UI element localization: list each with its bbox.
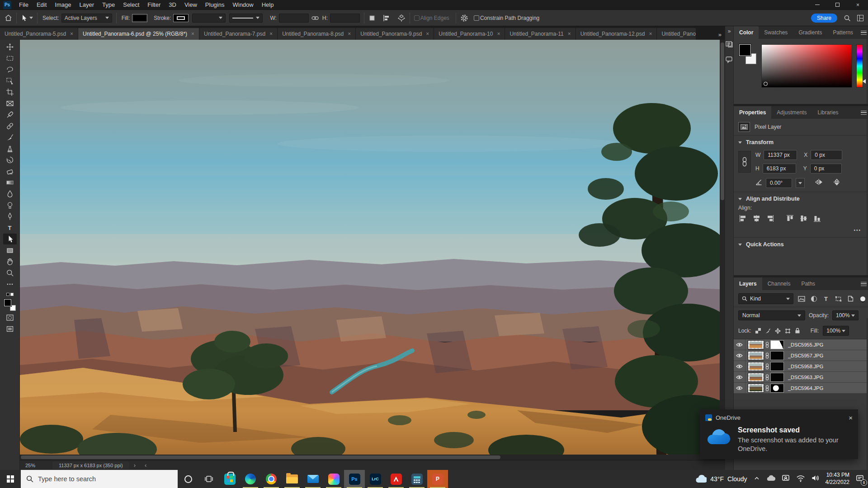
menu-filter[interactable]: Filter <box>143 0 165 10</box>
menu-window[interactable]: Window <box>228 0 257 10</box>
mask-link-icon[interactable] <box>765 352 769 359</box>
doc-tab[interactable]: Untitled_Panorama-8.psd× <box>278 28 355 40</box>
path-alignment-icon[interactable] <box>383 14 390 22</box>
layer-row[interactable]: _DSC5963.JPG <box>734 372 868 383</box>
align-horizontal-centers-icon[interactable] <box>753 215 760 224</box>
tab-close-icon[interactable]: × <box>649 31 652 37</box>
tab-swatches[interactable]: Swatches <box>759 26 793 39</box>
rotation-angle-field[interactable]: 0.00° <box>766 178 792 188</box>
doc-tab[interactable]: Untitled_Panorama-11× <box>505 28 575 40</box>
align-left-edges-icon[interactable] <box>739 215 747 224</box>
layer-thumbnail[interactable] <box>748 351 764 360</box>
maximize-button[interactable] <box>827 0 848 10</box>
y-field[interactable]: 0 px <box>810 164 842 174</box>
mask-link-icon[interactable] <box>765 385 769 391</box>
align-more-button[interactable]: ••• <box>734 227 868 238</box>
creative-cloud-button[interactable] <box>323 470 344 488</box>
align-top-edges-icon[interactable] <box>786 215 794 224</box>
lock-all-icon[interactable] <box>795 328 800 334</box>
hand-tool[interactable] <box>3 256 17 267</box>
menu-view[interactable]: View <box>180 0 201 10</box>
panel-menu-icon[interactable] <box>861 111 867 115</box>
menu-edit[interactable]: Edit <box>33 0 51 10</box>
select-mode-dropdown[interactable]: Active Layers <box>61 14 112 23</box>
tab-channels[interactable]: Channels <box>762 277 796 290</box>
path-operations-icon[interactable] <box>368 14 376 22</box>
tab-close-icon[interactable]: × <box>568 31 571 37</box>
layer-mask-thumbnail[interactable] <box>770 384 784 393</box>
quick-mask-icon[interactable] <box>3 312 17 323</box>
search-icon[interactable] <box>844 14 851 22</box>
mask-link-icon[interactable] <box>765 363 769 370</box>
visibility-toggle[interactable] <box>734 361 745 371</box>
hue-slider-handle[interactable] <box>863 79 866 84</box>
notification-close-button[interactable]: × <box>849 414 853 422</box>
brush-tool[interactable] <box>3 132 17 143</box>
pen-tool[interactable] <box>3 211 17 222</box>
tab-close-icon[interactable]: × <box>269 31 273 37</box>
file-explorer-button[interactable] <box>282 470 302 488</box>
filter-adjustment-layers-icon[interactable] <box>810 295 818 303</box>
calculator-button[interactable] <box>406 470 427 488</box>
move-tool[interactable] <box>3 42 17 52</box>
lock-position-icon[interactable] <box>775 328 781 334</box>
action-center-button[interactable]: 8 <box>855 474 864 484</box>
tab-overflow-icon[interactable]: » <box>718 31 725 40</box>
align-bottom-edges-icon[interactable] <box>813 215 821 224</box>
share-button[interactable]: Share <box>811 14 837 23</box>
menu-select[interactable]: Select <box>119 0 143 10</box>
tab-patterns[interactable]: Patterns <box>827 26 859 39</box>
screen-mode-icon[interactable] <box>3 324 17 334</box>
show-hidden-icons-button[interactable] <box>753 475 760 483</box>
tab-close-icon[interactable]: × <box>426 31 429 37</box>
lock-transparency-icon[interactable] <box>755 328 761 333</box>
wifi-icon[interactable] <box>796 474 805 484</box>
align-edges-checkbox[interactable] <box>414 15 420 21</box>
layer-row[interactable]: _DSC5955.JPG <box>734 339 868 350</box>
rectangle-tool[interactable] <box>3 245 17 256</box>
doc-tab[interactable]: Untitled_Panorama-5.psd× <box>0 28 78 40</box>
layer-thumbnail[interactable] <box>748 373 764 382</box>
type-tool[interactable]: T <box>3 222 17 233</box>
history-panel-icon[interactable] <box>725 41 733 50</box>
filter-pixel-layers-icon[interactable] <box>797 295 806 303</box>
filter-toggle-icon[interactable] <box>859 295 867 303</box>
edge-button[interactable] <box>240 470 261 488</box>
filter-type-layers-icon[interactable]: T <box>822 295 830 303</box>
link-dimensions-button[interactable] <box>738 151 751 173</box>
photoshop-button[interactable]: Ps <box>344 470 365 488</box>
microsoft-store-button[interactable] <box>219 470 240 488</box>
tab-libraries[interactable]: Libraries <box>812 106 844 119</box>
menu-help[interactable]: Help <box>258 0 278 10</box>
acrobat-button[interactable] <box>386 470 406 488</box>
layer-mask-thumbnail[interactable] <box>770 351 784 360</box>
zoom-tool[interactable] <box>3 267 17 278</box>
layer-name[interactable]: _DSC5958.JPG <box>788 364 823 369</box>
chrome-button[interactable] <box>261 470 282 488</box>
constrain-path-checkbox[interactable] <box>474 15 479 21</box>
task-view-button[interactable] <box>198 470 219 488</box>
menu-plugins[interactable]: Plugins <box>201 0 229 10</box>
color-picker-handle[interactable] <box>764 82 768 86</box>
layer-name[interactable]: _DSC5955.JPG <box>788 342 823 347</box>
lock-artboard-icon[interactable] <box>785 328 791 334</box>
mail-button[interactable] <box>302 470 323 488</box>
scrollbar-thumb[interactable] <box>721 42 724 200</box>
flip-vertical-icon[interactable] <box>833 178 841 188</box>
doc-tab[interactable]: Untitled_Panorama-9.psd× <box>356 28 434 40</box>
panel-menu-icon[interactable] <box>861 31 867 35</box>
menu-type[interactable]: Type <box>98 0 119 10</box>
x-field[interactable]: 0 px <box>811 150 842 160</box>
taskbar-weather[interactable]: 43°F Cloudy <box>695 475 747 483</box>
tab-close-icon[interactable]: × <box>70 31 73 37</box>
link-dimensions-icon[interactable] <box>311 15 319 21</box>
layer-thumbnail[interactable] <box>748 340 764 349</box>
eyedropper-tool[interactable] <box>3 109 17 120</box>
mask-link-icon[interactable] <box>765 374 769 380</box>
lock-image-icon[interactable] <box>765 328 771 334</box>
tab-color[interactable]: Color <box>734 26 759 39</box>
clone-stamp-tool[interactable] <box>3 143 17 154</box>
visibility-toggle[interactable] <box>734 383 745 393</box>
align-section-header[interactable]: Align and Distribute <box>734 192 868 205</box>
home-icon[interactable] <box>5 14 12 22</box>
